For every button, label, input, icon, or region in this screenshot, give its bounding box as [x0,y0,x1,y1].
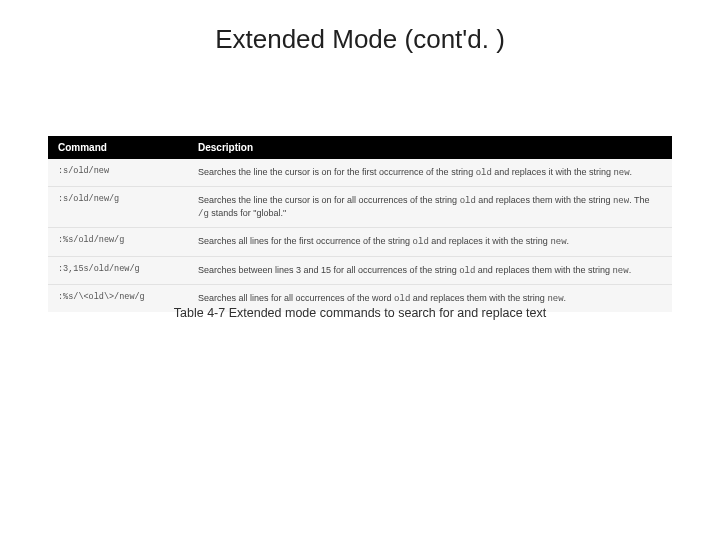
desc-text: . [630,167,633,177]
table-row: :s/old/new/g Searches the line the curso… [48,187,672,228]
desc-text: Searches all lines for the first occurre… [198,236,413,246]
col-header-command: Command [48,136,188,159]
command-cell: :%s/old/new/g [48,228,188,256]
desc-text: . [567,236,570,246]
desc-text: and replaces them with the string [410,293,547,303]
table-header-row: Command Description [48,136,672,159]
desc-text: Searches the line the cursor is on for a… [198,195,460,205]
desc-text: . [629,265,632,275]
desc-text: Searches between lines 3 and 15 for all … [198,265,459,275]
commands-table: Command Description :s/old/new Searches … [48,136,672,312]
command-cell: :s/old/new/g [48,187,188,228]
desc-text: and replaces it with the string [429,236,551,246]
table-row: :%s/old/new/g Searches all lines for the… [48,228,672,256]
desc-text: . The [629,195,649,205]
desc-text: . [564,293,567,303]
desc-mono: new [550,237,566,247]
desc-text: and replaces them with the string [476,195,613,205]
desc-mono: old [413,237,429,247]
desc-text: and replaces them with the string [475,265,612,275]
description-cell: Searches the line the cursor is on for a… [188,187,672,228]
command-cell: :3,15s/old/new/g [48,256,188,284]
col-header-description: Description [188,136,672,159]
desc-text: and replaces it with the string [492,167,614,177]
page-title: Extended Mode (cont'd. ) [0,24,720,55]
table-caption: Table 4-7 Extended mode commands to sear… [0,306,720,320]
desc-mono: old [476,168,492,178]
table-row: :3,15s/old/new/g Searches between lines … [48,256,672,284]
desc-mono: old [459,266,475,276]
desc-mono: /g [198,209,209,219]
description-cell: Searches between lines 3 and 15 for all … [188,256,672,284]
desc-mono: new [613,168,629,178]
desc-text: Searches all lines for all occurrences o… [198,293,394,303]
desc-text: Searches the line the cursor is on for t… [198,167,476,177]
desc-mono: old [460,196,476,206]
desc-mono: new [612,266,628,276]
commands-table-wrap: Command Description :s/old/new Searches … [48,136,672,312]
desc-mono: old [394,294,410,304]
desc-mono: new [613,196,629,206]
desc-mono: new [547,294,563,304]
table-row: :s/old/new Searches the line the cursor … [48,159,672,187]
description-cell: Searches the line the cursor is on for t… [188,159,672,187]
description-cell: Searches all lines for the first occurre… [188,228,672,256]
command-cell: :s/old/new [48,159,188,187]
desc-text: stands for "global." [209,208,286,218]
